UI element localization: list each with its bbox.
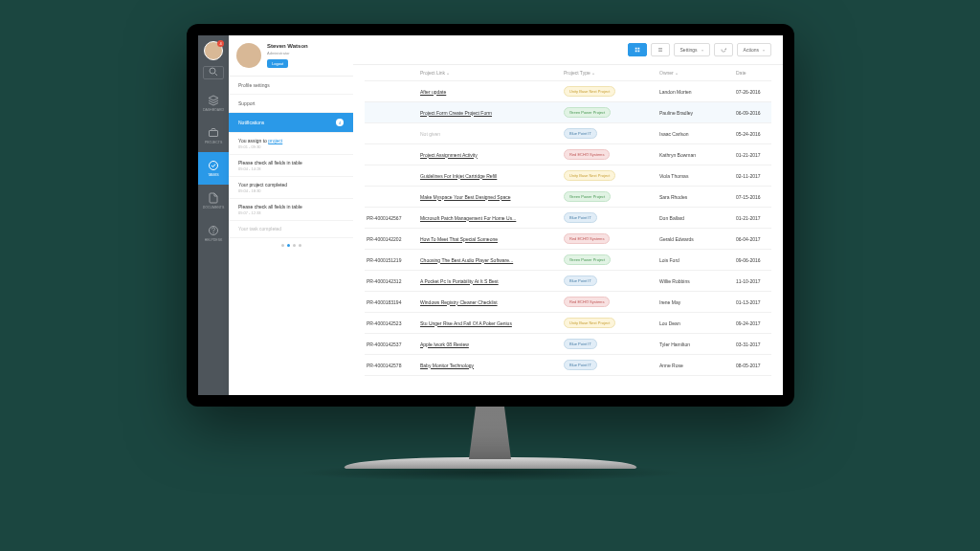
- date-value: 07-15-2016: [736, 194, 771, 200]
- svg-rect-9: [635, 51, 636, 53]
- date-value: 09-06-2016: [736, 257, 771, 263]
- table-row[interactable]: PR-4000151219Choosing The Best Audio Pla…: [365, 250, 771, 271]
- table-row[interactable]: Make Myspace Your Best Designed SpaceGre…: [365, 187, 771, 208]
- refresh-button[interactable]: [714, 43, 733, 56]
- date-value: 01-21-2017: [736, 215, 771, 221]
- svg-line-1: [215, 74, 218, 77]
- toolbar: Settings▾ Actions▾: [353, 35, 783, 65]
- logout-button[interactable]: Logout: [267, 59, 288, 68]
- table-row[interactable]: PR-4000142537Apple Iwork 08 ReviewBlue P…: [365, 334, 771, 355]
- user-avatar-small[interactable]: 4: [204, 41, 223, 60]
- table-row[interactable]: After updateUnity Base Next ProjectLando…: [365, 81, 771, 102]
- project-type-tag: Unity Base Next Project: [564, 86, 615, 97]
- project-link[interactable]: Stu Unger Rise And Fall Of A Poker Geniu…: [420, 320, 512, 326]
- table-row[interactable]: PR-4000142202How To Meet That Special So…: [365, 229, 771, 250]
- notification-item[interactable]: Your task completed: [229, 221, 353, 238]
- table-row[interactable]: Not givenBlue Point ITIsaac Carlson05-24…: [365, 123, 771, 144]
- owner-name: Lou Dean: [659, 320, 736, 326]
- date-value: 01-13-2017: [736, 299, 771, 305]
- date-value: 09-24-2017: [736, 320, 771, 326]
- project-link[interactable]: Windows Registry Cleaner Checklist: [420, 299, 498, 305]
- nav-documents[interactable]: DOCUMENTS: [198, 185, 229, 217]
- date-value: 02-11-2017: [736, 173, 771, 179]
- user-name: Steven Watson: [267, 43, 308, 49]
- table-row[interactable]: Guidelines For Inkjet Cartridge RefillUn…: [365, 165, 771, 187]
- user-avatar: [236, 43, 261, 68]
- help-icon: [208, 225, 219, 236]
- project-link[interactable]: Baby Monitor Technology: [420, 363, 474, 368]
- view-grid-button[interactable]: [628, 43, 647, 56]
- svg-rect-3: [210, 131, 218, 137]
- nav-projects[interactable]: PROJECTS: [198, 120, 229, 152]
- notification-item[interactable]: Please check all fields in table09.04 - …: [229, 155, 353, 177]
- project-type-tag: Blue Point IT: [564, 339, 597, 349]
- menu-support[interactable]: Support: [229, 95, 353, 113]
- nav-helpdesk[interactable]: HELPDESK: [198, 217, 229, 250]
- date-value: 06-04-2017: [736, 236, 771, 242]
- project-link[interactable]: Project Assignment Activity: [420, 152, 478, 158]
- notification-item[interactable]: Your project completed09.04 - 18:30: [229, 177, 353, 199]
- project-link[interactable]: A Pocket Pc Is Portability At It S Best: [420, 278, 499, 284]
- project-link[interactable]: Project Form Create Project Form: [420, 110, 492, 116]
- project-link[interactable]: Guidelines For Inkjet Cartridge Refill: [420, 173, 497, 179]
- pager-dots[interactable]: [229, 238, 353, 253]
- project-link[interactable]: Apple Iwork 08 Review: [420, 342, 469, 347]
- owner-name: Kathryn Bowman: [659, 152, 736, 158]
- project-type-tag: Blue Point IT: [564, 128, 597, 139]
- table-row[interactable]: PR-4000142312A Pocket Pc Is Portability …: [365, 271, 771, 292]
- project-id: PR-4000142567: [365, 215, 420, 221]
- nav-dashboard[interactable]: DASHBOARD: [198, 87, 229, 120]
- actions-button[interactable]: Actions▾: [737, 43, 771, 56]
- table-row[interactable]: PR-4000142567Microsoft Patch Management …: [365, 208, 771, 229]
- owner-name: Landon Morten: [659, 89, 736, 95]
- owner-name: Sara Rhodes: [659, 194, 736, 200]
- owner-name: Viola Thomas: [659, 173, 736, 179]
- col-project-type[interactable]: Project Type▴: [564, 70, 659, 76]
- data-table: Project Link▴ Project Type▴ Owner▴ Date …: [353, 65, 783, 395]
- date-value: 03-31-2017: [736, 342, 771, 347]
- project-type-tag: Red ECHO Systems: [564, 233, 610, 244]
- notifications-count: 4: [336, 119, 344, 126]
- project-link[interactable]: Make Myspace Your Best Designed Space: [420, 194, 511, 200]
- project-id: PR-4000142578: [365, 363, 420, 368]
- notification-item[interactable]: You assign to project09.01 - 09:30: [229, 133, 353, 155]
- project-link[interactable]: After update: [420, 89, 446, 95]
- svg-marker-2: [209, 96, 218, 100]
- view-list-button[interactable]: [651, 43, 670, 56]
- project-id: PR-4000142202: [365, 236, 420, 242]
- search-icon: [208, 66, 219, 77]
- table-row[interactable]: Project Form Create Project FormGreen Po…: [365, 102, 771, 123]
- nav-tasks[interactable]: TASKS: [198, 152, 229, 185]
- table-row[interactable]: PR-4000183194Windows Registry Cleaner Ch…: [365, 292, 771, 313]
- project-type-tag: Red ECHO Systems: [564, 149, 610, 160]
- date-value: 05-24-2016: [736, 131, 771, 137]
- project-link[interactable]: Microsoft Patch Management For Home Us..…: [420, 215, 516, 221]
- owner-name: Don Ballard: [659, 215, 736, 221]
- layers-icon: [208, 95, 219, 106]
- col-owner[interactable]: Owner▴: [659, 70, 736, 76]
- project-link[interactable]: How To Meet That Special Someone: [420, 236, 498, 242]
- table-row[interactable]: Project Assignment ActivityRed ECHO Syst…: [365, 144, 771, 165]
- col-date[interactable]: Date: [736, 70, 771, 76]
- table-row[interactable]: PR-4000142523Stu Unger Rise And Fall Of …: [365, 313, 771, 334]
- project-type-tag: Blue Point IT: [564, 360, 597, 370]
- notification-item[interactable]: Please check all fields in table09.07 - …: [229, 199, 353, 221]
- menu-profile-settings[interactable]: Profile settings: [229, 77, 353, 95]
- col-project-link[interactable]: Project Link▴: [420, 70, 564, 76]
- date-value: 11-10-2017: [736, 278, 771, 284]
- project-link[interactable]: Choosing The Best Audio Player Software.…: [420, 257, 513, 263]
- project-type-tag: Blue Point IT: [564, 212, 597, 223]
- profile-popup: Steven Watson Administrator Logout Profi…: [229, 35, 353, 395]
- owner-name: Isaac Carlson: [659, 131, 736, 137]
- main-content: Settings▾ Actions▾ Project Link▴ Project…: [353, 35, 783, 395]
- project-type-tag: Red ECHO Systems: [564, 297, 610, 307]
- table-row[interactable]: PR-4000142578Baby Monitor TechnologyBlue…: [365, 355, 771, 376]
- project-type-tag: Green Power Project: [564, 191, 611, 202]
- settings-button[interactable]: Settings▾: [674, 43, 710, 56]
- owner-name: Willie Robbins: [659, 278, 736, 284]
- owner-name: Lois Ford: [659, 257, 736, 263]
- svg-rect-10: [637, 51, 639, 53]
- menu-notifications[interactable]: Notifications 4: [229, 113, 353, 133]
- search-input[interactable]: [203, 66, 224, 79]
- project-type-tag: Blue Point IT: [564, 276, 597, 286]
